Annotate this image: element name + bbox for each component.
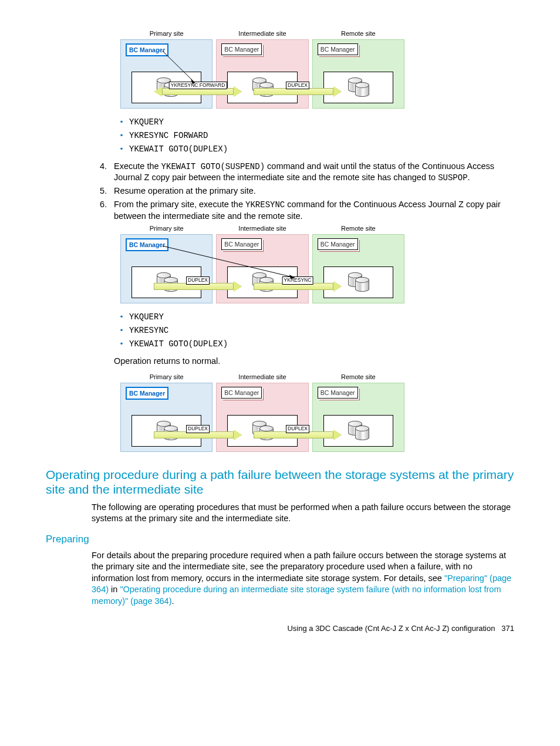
bc-manager-inactive: BC Manager (318, 43, 358, 55)
database-icon (348, 423, 368, 439)
arrow-label: YKRESYNC FORWARD (169, 82, 227, 89)
diagram-row: BC Manager BC Manager BC Manager DUPLEX … (119, 234, 406, 303)
bullet-item: •YKEWAIT GOTO(DUPLEX) (114, 339, 514, 350)
primary-site-box: BC Manager (120, 234, 212, 303)
label-primary: Primary site (119, 224, 214, 233)
text: From the primary site, execute the (114, 200, 245, 209)
cmd: YKQUERY (129, 312, 164, 323)
label-primary: Primary site (119, 373, 214, 382)
text: Execute the (114, 161, 161, 171)
arrow-label: DUPLEX (186, 276, 210, 284)
arrow-intermediate-remote: DUPLEX (254, 87, 342, 96)
diagram-row: BC Manager BC Manager BC Manager YKRESYN… (119, 39, 406, 109)
page-footer: Using a 3DC Cascade (Cnt Ac-J Z x Cnt Ac… (46, 623, 514, 634)
page-number: 371 (501, 624, 514, 633)
site-labels: Primary site Intermediate site Remote si… (119, 224, 406, 233)
label-intermediate: Intermediate site (214, 224, 310, 233)
text: . (468, 173, 470, 182)
arrow-label: DUPLEX (286, 425, 309, 433)
step-4: 4. Execute the YKEWAIT GOTO(SUSPEND) com… (92, 161, 514, 184)
arrow-label: YKRESYNC (282, 276, 313, 284)
bullet-item: •YKQUERY (114, 312, 514, 323)
cmd: YKEWAIT GOTO(SUSPEND) (161, 162, 265, 171)
bc-manager-inactive: BC Manager (221, 43, 262, 55)
bc-manager-active: BC Manager (126, 387, 168, 400)
primary-site-box: BC Manager (120, 383, 212, 452)
bullet-item: •YKEWAIT GOTO(DUPLEX) (114, 144, 514, 155)
arrow-intermediate-remote: DUPLEX (254, 431, 342, 439)
footer-title: Using a 3DC Cascade (Cnt Ac-J Z x Cnt Ac… (287, 624, 495, 633)
cmd: YKRESYNC FORWARD (129, 130, 208, 141)
label-intermediate: Intermediate site (214, 373, 310, 382)
bullet-item: •YKQUERY (114, 117, 514, 128)
diagram-2: Primary site Intermediate site Remote si… (119, 224, 412, 303)
label-remote: Remote site (311, 373, 406, 382)
label-intermediate: Intermediate site (214, 29, 310, 38)
intermediate-site-box: BC Manager (216, 39, 308, 109)
cmd: YKQUERY (129, 117, 164, 128)
diagram-3: Primary site Intermediate site Remote si… (119, 373, 412, 452)
xref-operating-procedure[interactable]: "Operating procedure during an intermedi… (92, 585, 501, 606)
label-primary: Primary site (119, 29, 214, 38)
database-icon (348, 79, 368, 96)
arrow-intermediate-remote: YKRESYNC (254, 282, 342, 291)
bc-manager-inactive: BC Manager (221, 387, 262, 399)
step-text: From the primary site, execute the YKRES… (114, 199, 514, 222)
bc-manager-inactive: BC Manager (221, 238, 262, 250)
intermediate-site-box: BC Manager (216, 383, 308, 452)
step-number: 5. (92, 185, 114, 197)
command-bullets-2: •YKQUERY •YKRESYNC •YKEWAIT GOTO(DUPLEX) (114, 312, 514, 350)
bc-manager-active: BC Manager (126, 43, 168, 56)
numbered-steps: 4. Execute the YKEWAIT GOTO(SUSPEND) com… (92, 161, 514, 222)
step-text: Resume operation at the primary site. (114, 185, 514, 197)
arrow-primary-intermediate: YKRESYNC FORWARD (154, 87, 242, 96)
bc-manager-inactive: BC Manager (318, 238, 358, 250)
section-paragraph: The following are operating procedures t… (92, 502, 514, 525)
database-icon (348, 274, 368, 291)
command-bullets-1: •YKQUERY •YKRESYNC FORWARD •YKEWAIT GOTO… (114, 117, 514, 155)
step-text: Execute the YKEWAIT GOTO(SUSPEND) comman… (114, 161, 514, 184)
arrow-primary-intermediate: DUPLEX (154, 431, 242, 439)
arrow-label: DUPLEX (286, 82, 309, 89)
step-number: 4. (92, 161, 114, 184)
sub-heading: Preparing (46, 533, 514, 546)
diagram-1: Primary site Intermediate site Remote si… (119, 29, 412, 109)
text: in (109, 585, 120, 594)
returns-normal-text: Operation returns to normal. (114, 356, 514, 367)
cmd: YKEWAIT GOTO(DUPLEX) (129, 339, 228, 350)
bc-manager-active: BC Manager (126, 238, 168, 251)
site-labels: Primary site Intermediate site Remote si… (119, 373, 406, 382)
remote-site-box: BC Manager (312, 234, 404, 303)
cmd: SUSPOP (438, 173, 467, 183)
bc-manager-inactive: BC Manager (318, 387, 358, 399)
label-remote: Remote site (311, 224, 406, 233)
preparing-paragraph: For details about the preparing procedur… (92, 550, 514, 607)
remote-site-box: BC Manager (312, 383, 404, 452)
cmd: YKRESYNC (245, 200, 285, 210)
section-heading: Operating procedure during a path failur… (46, 467, 514, 497)
step-6: 6. From the primary site, execute the YK… (92, 199, 514, 222)
arrow-label: DUPLEX (186, 425, 210, 433)
step-5: 5. Resume operation at the primary site. (92, 185, 514, 197)
site-labels: Primary site Intermediate site Remote si… (119, 29, 406, 38)
cmd: YKEWAIT GOTO(DUPLEX) (129, 144, 228, 155)
label-remote: Remote site (311, 29, 406, 38)
arrow-primary-intermediate: DUPLEX (154, 282, 242, 291)
bullet-item: •YKRESYNC FORWARD (114, 130, 514, 141)
text: . (172, 596, 174, 606)
remote-site-box: BC Manager (312, 39, 404, 109)
bullet-item: •YKRESYNC (114, 325, 514, 336)
diagram-row: BC Manager BC Manager BC Manager DUPLEX … (119, 383, 406, 452)
cmd: YKRESYNC (129, 325, 168, 336)
step-number: 6. (92, 199, 114, 222)
intermediate-site-box: BC Manager (216, 234, 308, 303)
primary-site-box: BC Manager (120, 39, 212, 109)
